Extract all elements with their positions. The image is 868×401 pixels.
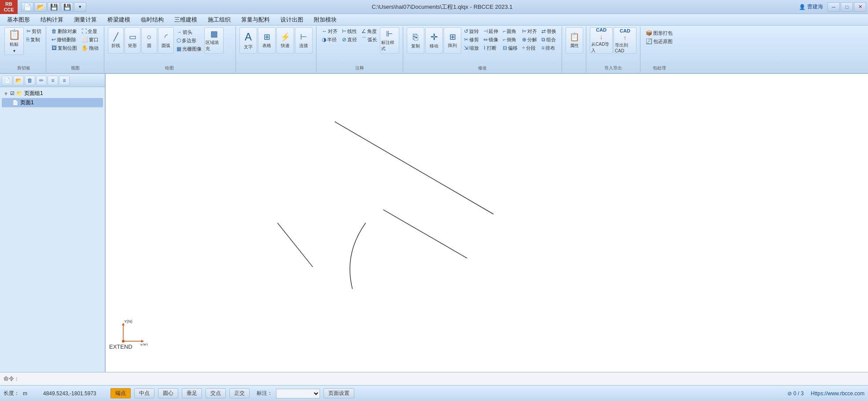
copy-btn[interactable]: ⎘ 复制 [25, 36, 43, 44]
chamfer-btn[interactable]: ⌐ 倒角 [501, 36, 519, 44]
group-label: 组合 [546, 36, 556, 43]
close-btn[interactable]: ✕ [854, 2, 866, 12]
offset-btn[interactable]: ⊟ 偏移 [501, 44, 519, 52]
saveas-btn[interactable]: 💾 [61, 2, 73, 12]
menu-design-draw[interactable]: 设计出图 [275, 15, 309, 25]
polygon-btn[interactable]: ⬡ 多边形 [175, 36, 203, 44]
rect-btn[interactable]: ▭ 矩形 [125, 27, 140, 54]
replace-btn[interactable]: ⇄ 替换 [540, 27, 558, 35]
modify-stack4: ⊨ 对齐 ⊕ 分解 ÷ 分段 [520, 27, 539, 52]
annot-style-btn[interactable]: ⊩ 标注样式 [380, 27, 399, 54]
cmd-input[interactable] [23, 375, 199, 383]
arrow-btn[interactable]: → 箭头 [175, 28, 203, 36]
annot-select[interactable] [276, 389, 320, 398]
text-btn[interactable]: A 文字 [239, 27, 257, 54]
divide-btn[interactable]: ÷ 分段 [520, 44, 539, 52]
delete-obj-btn[interactable]: 🗑 删除对象 [50, 27, 79, 35]
hatch-btn[interactable]: ▦ 光栅图像 [175, 45, 203, 53]
arrange-btn[interactable]: ≡ 排布 [540, 44, 558, 52]
menu-bridge[interactable]: 桥梁建模 [102, 15, 136, 25]
semi-btn[interactable]: ◑ 半径 [320, 36, 339, 44]
menu-quantity[interactable]: 算量与配料 [236, 15, 275, 25]
mirror-btn[interactable]: ⇔ 镜像 [482, 36, 500, 44]
canvas-area[interactable]: Y(N) X(E) EXTEND [106, 74, 868, 372]
page-settings-btn[interactable]: 页面设置 [324, 388, 354, 398]
restore-btn[interactable]: □ [841, 2, 853, 12]
fillet-btn[interactable]: ⌐ 圆角 [501, 27, 519, 35]
copy-pos-btn[interactable]: 🖼 复制位图 [50, 44, 79, 52]
from-cad-btn[interactable]: CAD ↓ 从CAD导入 [590, 27, 613, 54]
menu-struct-calc[interactable]: 结构计算 [35, 15, 69, 25]
align-annot-btn[interactable]: ↔ 对齐 [320, 27, 339, 35]
trim-btn[interactable]: ✂ 修剪 [462, 36, 481, 44]
arc-label: 圆弧 [162, 43, 170, 49]
angle-btn[interactable]: ∠ 角度 [360, 27, 379, 35]
rotate-btn[interactable]: ↺ 旋转 [462, 27, 481, 35]
prop-content: 📋 属性 [566, 27, 583, 65]
arc-btn[interactable]: ◜ 圆弧 [158, 27, 174, 54]
to-cad-btn[interactable]: CAD ↑ 导出到CAD [614, 27, 636, 54]
lp-new-btn[interactable]: 📄 [2, 76, 12, 85]
new-btn[interactable]: 📄 [21, 2, 33, 12]
circle-btn[interactable]: ○ 圆 [141, 27, 157, 54]
table-btn[interactable]: ⊞ 表格 [258, 27, 276, 54]
array-btn[interactable]: ⊞ 阵列 [444, 27, 461, 54]
split-btn[interactable]: ⊕ 分解 [520, 36, 539, 44]
scale-btn[interactable]: ⇲ 缩放 [462, 44, 481, 52]
minimize-btn[interactable]: ─ [828, 2, 840, 12]
group-btn[interactable]: ⧉ 组合 [540, 36, 558, 44]
snap-perp-btn[interactable]: 垂足 [182, 388, 202, 398]
restore-orig-btn[interactable]: 🔄 包还原图 [644, 37, 674, 45]
snap-center-btn[interactable]: 圆心 [158, 388, 178, 398]
open-btn[interactable]: 📂 [34, 2, 47, 12]
align2-btn[interactable]: ⊨ 对齐 [520, 27, 539, 35]
drag-btn[interactable]: ✋ 拖动 [80, 44, 100, 52]
divide-icon: ÷ [522, 45, 525, 51]
arc-len-btn[interactable]: ⌒ 弧长 [360, 36, 379, 44]
website-link[interactable]: Https://www.rbcce.com [811, 390, 864, 397]
cut-btn[interactable]: ✂ 剪切 [25, 27, 43, 35]
cmd-label: 命令： [4, 375, 19, 383]
fast-label: 快速 [281, 43, 290, 49]
window-label: 窗口 [89, 36, 99, 43]
tree-page-group[interactable]: ▼ ☑ 📁 页面组1 [2, 89, 103, 98]
view-label: 视图 [71, 65, 80, 71]
paste-btn[interactable]: 📋 粘贴 ▾ [4, 27, 24, 55]
diameter-btn[interactable]: ⊘ 直径 [340, 36, 359, 44]
undo-delete-btn[interactable]: ↩ 撤销删除 [50, 36, 79, 44]
drawing-canvas[interactable] [106, 74, 868, 372]
lp-align-right-btn[interactable]: ≡ [59, 76, 70, 85]
menu-measure-calc[interactable]: 测量计算 [69, 15, 102, 25]
window-btn[interactable]: ⬜ 窗口 [80, 36, 100, 44]
fast-btn[interactable]: ⚡ 快速 [276, 27, 294, 54]
region-fill-btn[interactable]: ▩ 区域填充 [204, 27, 224, 54]
tree-checkbox[interactable]: ☑ [10, 91, 15, 96]
menu-temp-struct[interactable]: 临时结构 [136, 15, 169, 25]
snap-inter-btn[interactable]: 交点 [206, 388, 226, 398]
lp-delete-btn[interactable]: 🗑 [25, 76, 35, 85]
break-btn[interactable]: ⌇ 打断 [482, 44, 500, 52]
user-icon: 👤 [799, 4, 805, 10]
snap-midpoint-btn[interactable]: 中点 [134, 388, 154, 398]
copy2-btn[interactable]: ⎘ 复制 [407, 27, 424, 54]
fullscreen-btn[interactable]: ⛶ 全显 [80, 27, 100, 35]
quick-access-arrow[interactable]: ▾ [74, 2, 86, 12]
snap-endpoint-btn[interactable]: 端点 [110, 388, 131, 398]
snap-ortho-btn[interactable]: 正交 [229, 388, 250, 398]
move-btn[interactable]: ✛ 移动 [425, 27, 443, 54]
menu-construction[interactable]: 施工组织 [202, 15, 236, 25]
lp-open-btn[interactable]: 📂 [13, 76, 24, 85]
save-btn[interactable]: 💾 [48, 2, 60, 12]
lp-align-left-btn[interactable]: ≡ [48, 76, 58, 85]
linear-btn[interactable]: ⊢ 线性 [340, 27, 359, 35]
lp-edit-btn[interactable]: ✏ [36, 76, 47, 85]
extend-btn[interactable]: ⊣ 延伸 [482, 27, 500, 35]
tree-page1[interactable]: 📄 页面1 [2, 98, 103, 107]
cad-wrap-btn[interactable]: 📦 图形打包 [644, 29, 674, 37]
menu-basic-shapes[interactable]: 基本图形 [2, 15, 35, 25]
polyline-btn[interactable]: ╱ 折线 [108, 27, 124, 54]
connect-btn[interactable]: ⊢ 连接 [295, 27, 313, 54]
menu-addon[interactable]: 附加模块 [309, 15, 342, 25]
prop-btn[interactable]: 📋 属性 [566, 27, 583, 54]
menu-3d[interactable]: 三维建模 [169, 15, 202, 25]
